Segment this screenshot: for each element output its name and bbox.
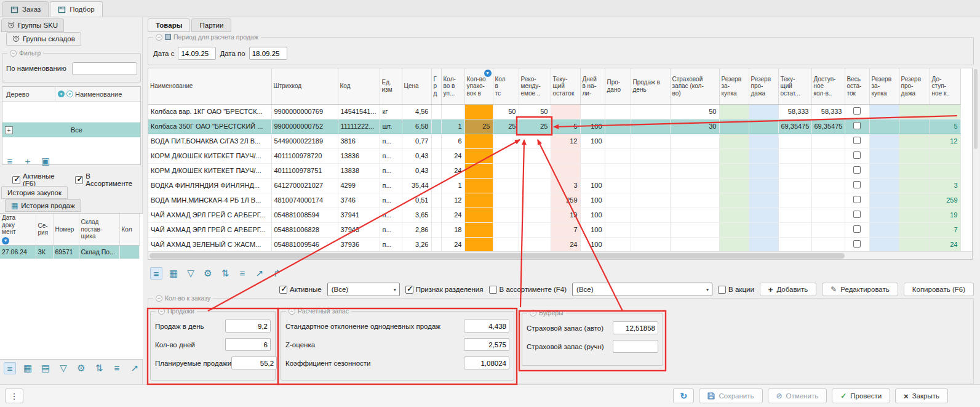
tree-row-all[interactable]: + Все — [2, 123, 140, 137]
history-cell[interactable] — [119, 245, 139, 259]
cell-available-final[interactable]: 7 — [930, 222, 960, 237]
add-icon[interactable]: + — [22, 155, 34, 167]
row-checkbox[interactable] — [853, 225, 861, 233]
cell-whole-stock[interactable] — [845, 163, 869, 178]
cell-reserve-sale[interactable] — [749, 237, 778, 252]
cell-barcode[interactable]: 054881009546 — [271, 237, 338, 252]
cell-current-stock[interactable]: 24 — [551, 237, 580, 252]
copy-icon[interactable]: ▣ — [39, 155, 52, 167]
table-row[interactable]: КОРМ Д/КОШЕК КИТЕКЕТ ПАУЧ/...40111009787… — [148, 148, 960, 163]
column-header-recommended[interactable]: Реко- менду- емое .. — [519, 68, 551, 104]
cell-reserve-sale-2[interactable] — [899, 237, 930, 252]
cell-grd[interactable] — [431, 178, 441, 193]
refresh-button[interactable]: ↻ — [673, 389, 694, 403]
save-button[interactable]: Сохранить — [699, 389, 762, 403]
cell-barcode[interactable]: 9900000000752 — [271, 119, 338, 134]
cell-sales-per-day[interactable] — [631, 193, 670, 208]
cell-available-qty[interactable] — [811, 178, 845, 193]
horizontal-scrollbar[interactable] — [148, 251, 972, 259]
cell-sales-per-day[interactable] — [631, 208, 670, 222]
cell-reserve-sale[interactable] — [749, 148, 778, 163]
cell-reserve-sale[interactable] — [749, 193, 778, 208]
field-input[interactable] — [464, 357, 509, 369]
cell-whole-stock[interactable] — [845, 104, 869, 119]
field-input[interactable] — [613, 340, 658, 353]
cell-reserve-sale-2[interactable] — [899, 208, 930, 222]
close-button[interactable]: ×Закрыть — [895, 389, 948, 403]
cell-reserve-purchase-2[interactable] — [869, 134, 899, 148]
cell-name[interactable]: КОРМ Д/КОШЕК КИТЕКЕТ ПАУЧ/... — [148, 148, 271, 163]
cell-available-qty[interactable]: 69,35475 — [811, 119, 845, 134]
collapse-icon[interactable]: − — [156, 34, 162, 41]
row-checkbox[interactable] — [853, 151, 861, 159]
cell-current-stock[interactable] — [551, 163, 580, 178]
cell-current-stock[interactable]: 7 — [551, 222, 580, 237]
cell-unit[interactable]: шт. — [380, 119, 402, 134]
cell-code[interactable]: 37943 — [338, 222, 380, 237]
cell-reserve-purchase[interactable] — [719, 208, 749, 222]
row-checkbox[interactable] — [853, 240, 861, 248]
cell-qty-ts[interactable] — [493, 148, 519, 163]
cell-current-stock-2[interactable] — [778, 193, 811, 208]
cell-available-final[interactable] — [930, 104, 960, 119]
row-checkbox[interactable] — [853, 122, 861, 129]
column-header[interactable]: Дата доку мент▾ — [0, 214, 36, 245]
cell-unit[interactable]: п... — [380, 178, 402, 193]
post-button[interactable]: ✓Провести — [832, 389, 890, 403]
cell-available-final[interactable]: 12 — [930, 134, 960, 148]
cell-days-available[interactable] — [580, 163, 605, 178]
cell-recommended[interactable] — [519, 237, 551, 252]
cell-current-stock[interactable]: 259 — [551, 193, 580, 208]
table-row[interactable]: ЧАЙ АХМАД ЭРЛ ГРЕЙ С АР.БЕРГ...054881008… — [148, 208, 960, 222]
tab-order[interactable]: Заказ — [2, 1, 49, 17]
cell-safety-stock[interactable] — [670, 222, 719, 237]
sort-icon[interactable]: ▾ — [484, 70, 492, 77]
table-row[interactable]: ЧАЙ АХМАД ЗЕЛЕНЫЙ С ЖАСМ...0548810095463… — [148, 237, 960, 252]
cell-name[interactable]: ЧАЙ АХМАД ЭРЛ ГРЕЙ С АР.БЕРГ... — [148, 208, 271, 222]
cell-qty-ts[interactable]: 50 — [493, 104, 519, 119]
field-input[interactable] — [464, 338, 509, 351]
cell-days-available[interactable]: 100 — [580, 119, 605, 134]
column-header-safety-stock[interactable]: Страховой запас (кол- во) — [670, 68, 719, 104]
cell-reserve-sale-2[interactable] — [899, 163, 930, 178]
cell-name[interactable]: ВОДКА ФИНЛЯНДИЯ ФИНЛЯНД... — [148, 178, 271, 193]
cell-available-qty[interactable]: 58,333 — [811, 104, 845, 119]
cell-qty-in-pack[interactable]: 24 — [441, 208, 464, 222]
cell-grd[interactable] — [431, 208, 441, 222]
cell-days-available[interactable]: 100 — [580, 222, 605, 237]
cell-barcode[interactable]: 054881008594 — [271, 208, 338, 222]
cell-days-available[interactable]: 100 — [580, 178, 605, 193]
cell-safety-stock[interactable]: 30 — [670, 119, 719, 134]
cell-qty-ts[interactable] — [493, 178, 519, 193]
cell-qty-in-pack[interactable]: 24 — [441, 148, 464, 163]
cell-sold[interactable] — [605, 208, 631, 222]
cell-price[interactable]: 3,65 — [402, 208, 431, 222]
cell-recommended[interactable] — [519, 193, 551, 208]
column-header-name[interactable]: Наименование — [148, 68, 271, 104]
field-input[interactable] — [225, 338, 271, 351]
cell-available-qty[interactable] — [811, 208, 845, 222]
expand-icon[interactable]: + — [5, 126, 13, 134]
cell-days-available[interactable]: 100 — [580, 237, 605, 252]
cell-qty-ts[interactable] — [493, 237, 519, 252]
cell-price[interactable]: 3,26 — [402, 237, 431, 252]
cell-whole-stock[interactable] — [845, 178, 869, 193]
gear-icon[interactable]: ⚙ — [75, 362, 87, 374]
cell-price[interactable]: 0,51 — [402, 193, 431, 208]
name-filter-input[interactable] — [72, 62, 137, 75]
cell-reserve-purchase[interactable] — [719, 193, 749, 208]
scrollbar-thumb[interactable] — [149, 253, 845, 259]
cell-barcode[interactable]: 4011100978751 — [271, 163, 338, 178]
column-header[interactable]: Кол — [119, 214, 139, 245]
tab-warehouse-groups[interactable]: Группы складов — [6, 32, 81, 46]
list-icon[interactable]: ≡ — [4, 362, 16, 374]
cell-code[interactable]: 4299 — [338, 178, 380, 193]
cell-sold[interactable] — [605, 178, 631, 193]
cell-name[interactable]: ЧАЙ АХМАД ЗЕЛЕНЫЙ С ЖАСМ... — [148, 237, 271, 252]
cell-qty-in-pack[interactable] — [441, 104, 464, 119]
column-header-whole-stock[interactable]: Весь оста- ток — [845, 68, 869, 104]
column-header-code[interactable]: Код — [338, 68, 380, 104]
cell-sold[interactable] — [605, 134, 631, 148]
tab-sku-groups[interactable]: Группы SKU — [1, 18, 64, 32]
cell-reserve-sale[interactable] — [749, 134, 778, 148]
